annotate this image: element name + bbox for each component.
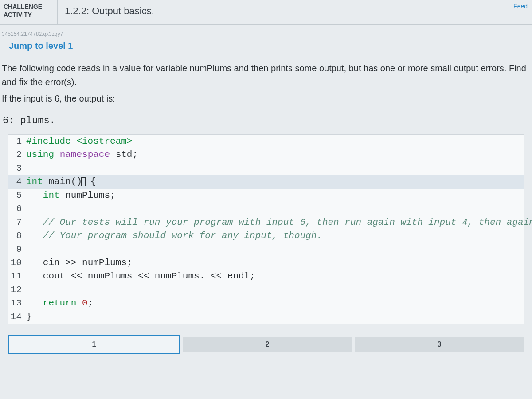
line-number: 9 xyxy=(8,243,26,256)
code-content[interactable]: using namespace std; xyxy=(26,148,524,161)
activity-title: 1.2.2: Output basics. xyxy=(58,0,509,24)
code-content[interactable]: int numPlums; xyxy=(26,189,524,202)
code-line: 7 // Our tests will run your program wit… xyxy=(8,216,524,229)
feedback-link[interactable]: Feed xyxy=(509,0,532,24)
line-number: 12 xyxy=(8,283,26,297)
prompt-paragraph-1: The following code reads in a value for … xyxy=(2,62,529,89)
line-number: 8 xyxy=(8,229,26,243)
level-progress-bar: 1 2 3 xyxy=(8,337,524,354)
line-number: 11 xyxy=(8,270,26,283)
code-line-highlighted: 4 int main() { xyxy=(8,175,524,188)
code-line: 14 } xyxy=(8,310,524,324)
line-number: 7 xyxy=(8,216,26,229)
code-line: 6 xyxy=(8,202,524,215)
prompt-area: The following code reads in a value for … xyxy=(0,59,532,113)
line-number: 3 xyxy=(8,162,26,175)
code-content[interactable] xyxy=(26,283,524,297)
code-content[interactable]: #include <iostream> xyxy=(26,135,524,148)
activity-label: ACTIVITY xyxy=(4,11,54,19)
challenge-label: CHALLENGE xyxy=(4,3,54,11)
line-number: 5 xyxy=(8,189,26,202)
code-content[interactable]: // Your program should work for any inpu… xyxy=(26,229,524,243)
level-segment-1[interactable]: 1 xyxy=(8,335,180,354)
activity-type-label: CHALLENGE ACTIVITY xyxy=(0,0,58,24)
jump-to-level-link[interactable]: Jump to level 1 xyxy=(0,39,532,59)
code-editor[interactable]: 1 #include <iostream> 2 using namespace … xyxy=(8,134,524,324)
code-content[interactable]: } xyxy=(26,310,524,324)
prompt-paragraph-2: If the input is 6, the output is: xyxy=(2,92,529,106)
level-number: 3 xyxy=(438,340,442,348)
line-number: 13 xyxy=(8,297,26,310)
code-content[interactable]: return 0; xyxy=(26,297,524,310)
code-line: 12 xyxy=(8,283,524,297)
level-number: 2 xyxy=(266,340,270,348)
code-content[interactable]: int main() { xyxy=(26,175,524,188)
code-line: 11 cout << numPlums << numPlums. << endl… xyxy=(8,270,524,283)
code-content[interactable] xyxy=(26,202,524,215)
code-line: 13 return 0; xyxy=(8,297,524,310)
code-content[interactable]: cin >> numPlums; xyxy=(26,256,524,270)
line-number: 4 xyxy=(8,175,26,188)
code-content[interactable] xyxy=(26,243,524,256)
activity-id: 345154.2174782.qx3zqy7 xyxy=(0,25,532,39)
line-number: 2 xyxy=(8,148,26,161)
code-line: 9 xyxy=(8,243,524,256)
level-number: 1 xyxy=(92,340,96,348)
code-line: 3 xyxy=(8,162,524,175)
line-number: 1 xyxy=(8,135,26,148)
expected-output: 6: plums. xyxy=(0,113,532,128)
code-line: 1 #include <iostream> xyxy=(8,135,524,148)
code-line: 8 // Your program should work for any in… xyxy=(8,229,524,243)
code-content[interactable] xyxy=(26,162,524,175)
line-number: 6 xyxy=(8,202,26,215)
level-segment-2[interactable]: 2 xyxy=(183,337,352,352)
code-line: 10 cin >> numPlums; xyxy=(8,256,524,270)
code-content[interactable]: cout << numPlums << numPlums. << endl; xyxy=(26,270,524,283)
line-number: 14 xyxy=(8,310,26,324)
level-segment-3[interactable]: 3 xyxy=(355,337,524,352)
line-number: 10 xyxy=(8,256,26,270)
code-line: 5 int numPlums; xyxy=(8,189,524,202)
code-line: 2 using namespace std; xyxy=(8,148,524,161)
code-content[interactable]: // Our tests will run your program with … xyxy=(26,216,532,229)
header-bar: CHALLENGE ACTIVITY 1.2.2: Output basics.… xyxy=(0,0,532,25)
